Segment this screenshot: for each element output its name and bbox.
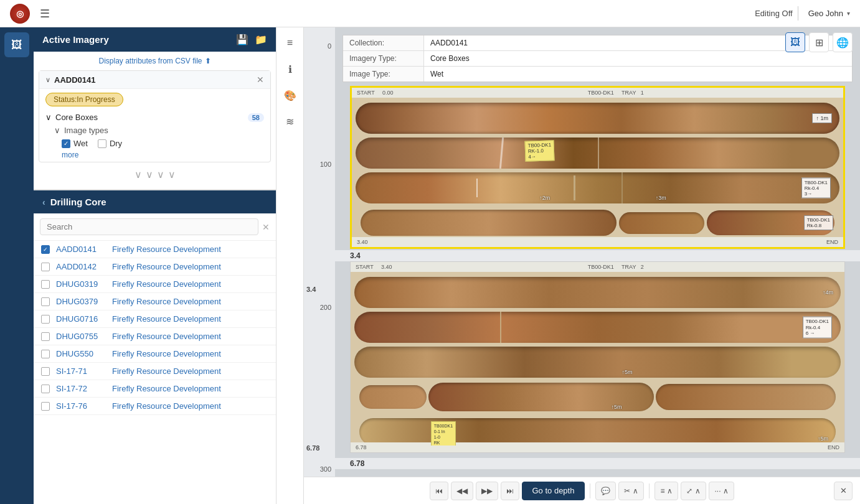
drill-company: Firefly Resource Development xyxy=(112,349,221,358)
nav-first-btn[interactable]: ⏮ xyxy=(430,482,448,500)
info-panel: Collection: AADD0141 Imagery Type: Core … xyxy=(343,35,853,82)
drill-name: AADD0142 xyxy=(56,262,106,271)
core-boxes-left: ∨ Core Boxes xyxy=(45,113,98,122)
list-format-btn[interactable]: ≡ ∧ xyxy=(654,482,678,500)
core-box2-row4-depth: ↑5m xyxy=(612,404,622,410)
csv-upload-row[interactable]: Display attributes from CSV file ⬆ xyxy=(34,52,276,68)
list-format-icon: ≡ xyxy=(660,487,664,495)
drill-checkbox[interactable] xyxy=(41,315,50,324)
image-view-icon[interactable]: 🖼 xyxy=(785,32,805,52)
main-content: 🖼 ⊞ 🌐 0 100 200 300 3.4 6.78 xyxy=(304,27,860,504)
info-label-collection: Collection: xyxy=(343,35,424,50)
core-box-1-header: START 0.00 TB00-DK1 TRAY 1 xyxy=(352,88,843,98)
drill-checkbox[interactable] xyxy=(41,385,50,393)
image-types-row: ∨ Image types xyxy=(39,124,270,136)
drilling-list-item[interactable]: SI-17-71Firefly Resource Development xyxy=(34,363,276,380)
search-clear-icon[interactable]: ✕ xyxy=(262,222,270,232)
nav-last-btn[interactable]: ⏭ xyxy=(501,482,519,500)
list-view-btn[interactable]: ≡ xyxy=(280,32,301,54)
drill-checkbox[interactable]: ✓ xyxy=(41,245,50,254)
core-box-2-header-left: START 3.40 xyxy=(356,264,392,270)
image-types-chevron-icon[interactable]: ∨ xyxy=(54,126,60,135)
depth-mark-100: 100 xyxy=(320,161,331,168)
globe-icon[interactable]: 🌐 xyxy=(833,32,853,52)
core-boxes-chevron-icon[interactable]: ∨ xyxy=(45,113,52,122)
nav-prev-btn[interactable]: ◀◀ xyxy=(451,482,473,500)
user-menu[interactable]: Geo John ▾ xyxy=(808,9,850,18)
folder-icon[interactable]: 📁 xyxy=(255,34,267,45)
toolbar-close-btn[interactable]: ✕ xyxy=(834,482,853,500)
drilling-list-item[interactable]: SI-17-76Firefly Resource Development xyxy=(34,398,276,415)
core-box2-row3-depth: ↑5m xyxy=(622,369,633,375)
drilling-list-item[interactable]: DHUG550Firefly Resource Development xyxy=(34,345,276,363)
drill-checkbox[interactable] xyxy=(41,402,50,411)
grid-view-icon[interactable]: ⊞ xyxy=(809,32,829,52)
drill-company: Firefly Resource Development xyxy=(112,314,221,324)
content-spacer xyxy=(335,469,860,477)
main-top-bar: 🖼 ⊞ 🌐 xyxy=(785,32,853,52)
drilling-list-item[interactable]: AADD0142Firefly Resource Development xyxy=(34,258,276,276)
hamburger-menu-icon[interactable]: ☰ xyxy=(40,7,50,21)
more-btn[interactable]: ··· ∧ xyxy=(709,482,734,500)
nav-next-btn[interactable]: ▶▶ xyxy=(476,482,498,500)
nav-next-icon: ▶▶ xyxy=(481,487,493,495)
wet-checkbox[interactable]: ✓ xyxy=(62,139,70,148)
search-input[interactable] xyxy=(40,218,258,235)
drill-checkbox[interactable] xyxy=(41,350,50,358)
drilling-list-item[interactable]: DHUG0379Firefly Resource Development xyxy=(34,293,276,310)
dry-checkbox-item[interactable]: Dry xyxy=(98,139,122,148)
info-btn[interactable]: ℹ xyxy=(280,58,301,80)
drill-checkbox[interactable] xyxy=(41,367,50,376)
drill-name: AADD0141 xyxy=(56,245,106,254)
sidebar-imagery-btn[interactable]: 🖼 xyxy=(4,32,29,57)
comment-btn[interactable]: 💬 xyxy=(595,482,616,500)
drilling-list-item[interactable]: DHUG0319Firefly Resource Development xyxy=(34,276,276,293)
drill-checkbox[interactable] xyxy=(41,263,50,271)
active-imagery-title: Active Imagery xyxy=(42,34,109,45)
core-box-1[interactable]: START 0.00 TB00-DK1 TRAY 1 ↑ 1m xyxy=(343,86,853,249)
app-logo[interactable]: ◎ xyxy=(10,4,30,24)
drill-checkbox[interactable] xyxy=(41,332,50,341)
more-link[interactable]: more xyxy=(39,149,270,162)
more-icon: ··· xyxy=(714,487,721,495)
depth-mark-300: 300 xyxy=(320,465,331,473)
core-box2-row2-label: TB00-DK1Rk-0.46 → xyxy=(803,317,832,338)
editing-off-label[interactable]: Editing Off xyxy=(750,6,798,21)
core-image-area[interactable]: Collection: AADD0141 Imagery Type: Core … xyxy=(335,27,860,477)
drilling-list-item[interactable]: DHUG0716Firefly Resource Development xyxy=(34,310,276,328)
goto-depth-btn[interactable]: Go to depth xyxy=(522,482,585,500)
drill-company: Firefly Resource Development xyxy=(112,366,221,376)
active-imagery-icons: 💾 📁 xyxy=(236,34,267,45)
drill-checkbox[interactable] xyxy=(41,280,50,289)
core-box-2[interactable]: START 3.40 TB00-DK1 TRAY 2 ↑4m xyxy=(343,261,853,453)
core-box-1-footer-depth: 3.40 xyxy=(357,239,368,245)
collection-header-left: ∨ AADD0141 xyxy=(45,75,95,85)
core-box2-row1-depth: ↑4m xyxy=(823,289,833,296)
core-box-1-footer-end: END xyxy=(826,239,838,245)
left-panel: Active Imagery 💾 📁 Display attributes fr… xyxy=(34,27,276,504)
collection-close-icon[interactable]: ✕ xyxy=(257,75,264,85)
toolbar-sep-1 xyxy=(590,483,590,498)
drilling-core-title: Drilling Core xyxy=(50,197,106,207)
drill-company: Firefly Resource Development xyxy=(112,262,221,271)
drill-checkbox[interactable] xyxy=(41,297,50,306)
expand-btn[interactable]: ⤢ ∧ xyxy=(681,482,706,500)
palette-btn[interactable]: 🎨 xyxy=(280,85,301,106)
collection-name: AADD0141 xyxy=(54,75,95,85)
tools-btn[interactable]: ✂ ∧ xyxy=(618,482,644,500)
wet-checkbox-item[interactable]: ✓ Wet xyxy=(62,139,88,148)
toolbar-sep-2 xyxy=(649,483,650,498)
drilling-list-item[interactable]: ✓AADD0141Firefly Resource Development xyxy=(34,241,276,258)
topnav: ◎ ☰ Editing Off Geo John ▾ xyxy=(0,0,860,27)
layers-btn[interactable]: ≋ xyxy=(280,111,301,132)
save-icon[interactable]: 💾 xyxy=(236,34,248,45)
toolbar-close-icon: ✕ xyxy=(840,486,847,495)
back-arrow-icon[interactable]: ‹ xyxy=(42,197,45,207)
collection-chevron-icon[interactable]: ∨ xyxy=(45,76,50,84)
core-box-2-footer-depth: 6.78 xyxy=(356,444,367,450)
active-imagery-header: Active Imagery 💾 📁 xyxy=(34,27,276,52)
drilling-list-item[interactable]: DHUG0755Firefly Resource Development xyxy=(34,328,276,345)
dry-checkbox[interactable] xyxy=(98,139,106,148)
bottom-toolbar: ⏮ ◀◀ ▶▶ ⏭ Go to depth 💬 ✂ ∧ xyxy=(304,477,860,504)
drilling-list-item[interactable]: SI-17-72Firefly Resource Development xyxy=(34,380,276,398)
